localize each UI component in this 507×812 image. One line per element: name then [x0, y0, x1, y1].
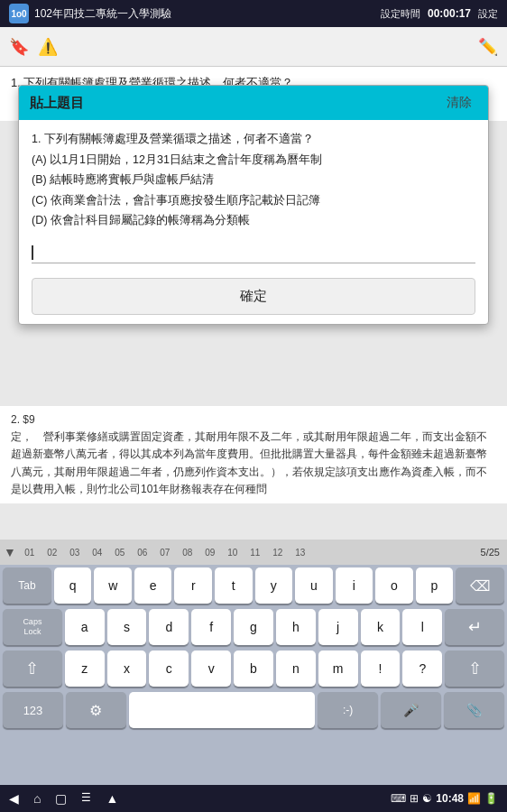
- page-count: 5/25: [481, 547, 503, 558]
- bookmark-icon[interactable]: 🔖: [9, 37, 29, 57]
- battery-icon: 🔋: [484, 792, 498, 805]
- key-l[interactable]: l: [402, 609, 442, 645]
- key-123[interactable]: 123: [3, 692, 63, 728]
- key-tab[interactable]: Tab: [3, 567, 51, 604]
- keyboard-row-1: Tab q w e r t y u i o p ⌫: [0, 565, 507, 606]
- status-bar: 1o0 102年四技二專統一入學測驗 設定時間 00:00:17 設定: [0, 0, 507, 27]
- key-z[interactable]: z: [65, 651, 105, 687]
- bottom-right-status: ⌨ ⊞ ☯ 10:48 📶 🔋: [391, 792, 498, 805]
- pg-11[interactable]: 11: [244, 546, 266, 559]
- key-i[interactable]: i: [336, 567, 373, 604]
- dialog-line-3: (B) 結帳時應將實帳戶與虛帳戶結清: [32, 170, 475, 190]
- warning-icon[interactable]: ⚠️: [38, 37, 58, 57]
- dialog-input-area[interactable]: [19, 240, 488, 271]
- pg-03[interactable]: 03: [64, 546, 86, 559]
- key-settings[interactable]: ⚙: [66, 692, 126, 728]
- dialog-line-5: (D) 依會計科目歸屬記錄的帳簿稱為分類帳: [32, 210, 475, 231]
- key-caps-lock[interactable]: CapsLock: [3, 609, 62, 645]
- app-icon: 1o0: [9, 4, 29, 23]
- pg-05[interactable]: 05: [109, 546, 131, 559]
- key-microphone[interactable]: 🎤: [381, 692, 441, 728]
- key-g[interactable]: g: [234, 609, 273, 645]
- keyboard-row-2: CapsLock a s d f g h j k l ↵: [0, 606, 507, 648]
- keyboard-row-4: 123 ⚙ :-) 🎤 📎: [0, 689, 507, 731]
- key-k[interactable]: k: [361, 609, 401, 645]
- key-attach[interactable]: 📎: [444, 692, 504, 728]
- pg-08[interactable]: 08: [177, 546, 198, 559]
- key-p[interactable]: p: [416, 567, 454, 604]
- key-q[interactable]: q: [54, 567, 92, 604]
- key-a[interactable]: a: [65, 609, 105, 645]
- key-t[interactable]: t: [215, 567, 253, 604]
- key-j[interactable]: j: [318, 609, 358, 645]
- nav-up-icon[interactable]: ▲: [106, 791, 118, 806]
- keyboard: Tab q w e r t y u i o p ⌫ CapsLock a s d…: [0, 565, 507, 785]
- pg-06[interactable]: 06: [132, 546, 153, 559]
- screen-icon: ⊞: [410, 792, 419, 805]
- pg-10[interactable]: 10: [222, 546, 244, 559]
- content-below: 2. $9 定， 營利事業修繕或購置固定資產，其耐用年限不及二年，或其耐用年限超…: [0, 406, 507, 503]
- text-cursor: [32, 245, 33, 260]
- key-shift-right[interactable]: ⇧: [445, 651, 504, 687]
- pg-02[interactable]: 02: [41, 546, 63, 559]
- bottom-nav-bar: ◀ ⌂ ▢ ☰ ▲ ⌨ ⊞ ☯ 10:48 📶 🔋: [0, 785, 507, 812]
- key-space[interactable]: [129, 692, 315, 728]
- key-h[interactable]: h: [276, 609, 316, 645]
- q2-number: 2.: [11, 413, 20, 426]
- dialog-line-2: (A) 以1月1日開始，12月31日結束之會計年度稱為曆年制: [32, 150, 475, 171]
- key-question[interactable]: ?: [402, 651, 442, 687]
- pg-13[interactable]: 13: [290, 546, 311, 559]
- keyboard-row-3: ⇧ z x c v b n m ! ? ⇧: [0, 648, 507, 689]
- key-m[interactable]: m: [318, 651, 358, 687]
- dialog-overlay: 貼上題目 清除 1. 下列有關帳簿處理及營業循環之描述，何者不適當？ (A) 以…: [0, 85, 507, 325]
- q2-body: 定， 營利事業修繕或購置固定資產，其耐用年限不及二年，或其耐用年限超過二年，而支…: [11, 430, 487, 495]
- settings-button[interactable]: 設定: [478, 7, 498, 21]
- key-u[interactable]: u: [295, 567, 333, 604]
- key-b[interactable]: b: [234, 651, 273, 687]
- app-title-section: 1o0 102年四技二專統一入學測驗: [9, 4, 171, 23]
- key-y[interactable]: y: [255, 567, 293, 604]
- key-backspace[interactable]: ⌫: [456, 567, 504, 604]
- key-x[interactable]: x: [107, 651, 147, 687]
- key-w[interactable]: w: [94, 567, 132, 604]
- key-shift-left[interactable]: ⇧: [3, 651, 62, 687]
- pg-12[interactable]: 12: [267, 546, 289, 559]
- key-d[interactable]: d: [149, 609, 189, 645]
- dialog-clear-button[interactable]: 清除: [441, 93, 477, 113]
- edit-icon[interactable]: ✏️: [478, 37, 498, 57]
- nav-recent-icon[interactable]: ▢: [55, 791, 67, 806]
- key-v[interactable]: v: [191, 651, 231, 687]
- key-o[interactable]: o: [375, 567, 413, 604]
- key-s[interactable]: s: [107, 609, 147, 645]
- key-c[interactable]: c: [149, 651, 189, 687]
- key-enter[interactable]: ↵: [445, 609, 504, 645]
- key-f[interactable]: f: [191, 609, 231, 645]
- time-display: 10:48: [436, 792, 464, 805]
- pg-07[interactable]: 07: [154, 546, 176, 559]
- filter-icon[interactable]: ▼: [4, 545, 16, 559]
- q2-price: $9: [23, 413, 34, 426]
- pg-09[interactable]: 09: [199, 546, 221, 559]
- system-icon: ☯: [422, 792, 432, 805]
- dialog-confirm-button[interactable]: 確定: [32, 278, 475, 315]
- keyboard-icon: ⌨: [391, 792, 406, 805]
- nav-back-icon[interactable]: ◀: [9, 791, 19, 806]
- key-n[interactable]: n: [276, 651, 316, 687]
- dialog-line-4: (C) 依商業會計法，會計事項應按發生順序記載於日記簿: [32, 190, 475, 211]
- dialog-cursor-line: [32, 244, 475, 263]
- timer-display: 00:00:17: [428, 7, 471, 20]
- nav-menu-icon[interactable]: ☰: [81, 791, 91, 806]
- settings-time-label: 設定時間: [381, 7, 420, 21]
- nav-home-icon[interactable]: ⌂: [33, 791, 41, 806]
- progress-bar: ▼ 01 02 03 04 05 06 07 08 09 10 11 12 13…: [0, 540, 507, 565]
- key-r[interactable]: r: [174, 567, 212, 604]
- key-exclamation[interactable]: !: [361, 651, 401, 687]
- question-2-preview: 2. $9 定， 營利事業修繕或購置固定資產，其耐用年限不及二年，或其耐用年限超…: [11, 411, 496, 498]
- key-emoji-face[interactable]: :-): [318, 692, 378, 728]
- dialog-title: 貼上題目: [30, 95, 84, 112]
- nav-left-icons: ◀ ⌂ ▢ ☰ ▲: [9, 791, 118, 806]
- pg-04[interactable]: 04: [87, 546, 108, 559]
- pg-01[interactable]: 01: [19, 546, 41, 559]
- key-e[interactable]: e: [134, 567, 172, 604]
- dialog-line-1: 1. 下列有關帳簿處理及營業循環之描述，何者不適當？: [32, 129, 475, 150]
